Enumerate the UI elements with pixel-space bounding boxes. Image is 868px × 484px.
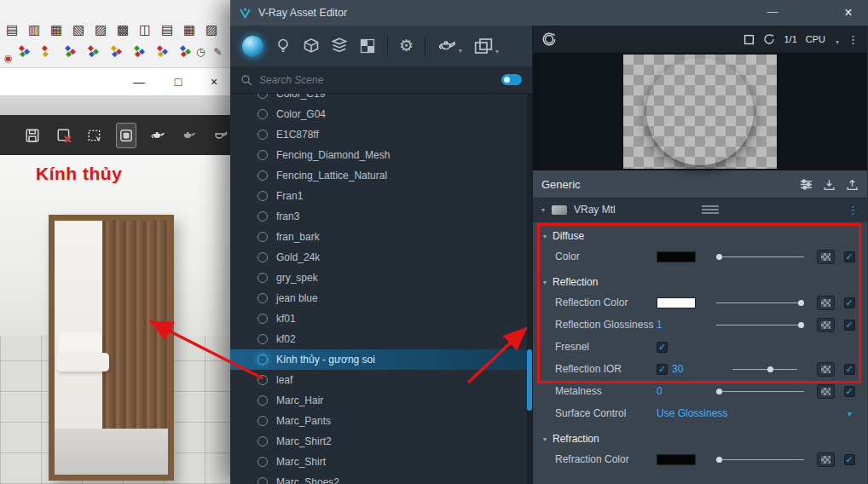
scrollbar-thumb[interactable] xyxy=(527,349,532,411)
enable-checkbox[interactable]: ✓ xyxy=(844,386,855,397)
texture-map-button[interactable] xyxy=(817,296,835,310)
array-tool-icon[interactable]: ▨ xyxy=(203,22,220,37)
glossiness-slider[interactable] xyxy=(716,319,804,331)
texture-map-button[interactable] xyxy=(817,384,835,399)
metalness-slider[interactable] xyxy=(716,385,804,397)
component-tool-icon[interactable]: ◆◆◆ xyxy=(180,44,195,58)
clock-tool-icon[interactable]: ◷ xyxy=(196,46,205,58)
array-tool-icon[interactable]: ◫ xyxy=(136,22,153,37)
enable-checkbox[interactable]: ✓ xyxy=(844,251,855,262)
array-tool-icon[interactable]: ▨ xyxy=(92,22,109,37)
texture-map-button[interactable] xyxy=(817,318,835,332)
material-list-item[interactable]: Fencing_Diamond_Mesh xyxy=(230,145,532,165)
ior-slider[interactable] xyxy=(716,363,804,375)
material-list-item[interactable]: Marc_Shirt2 xyxy=(230,431,532,452)
import-asset-icon[interactable] xyxy=(823,178,836,191)
update-preview-icon[interactable] xyxy=(763,33,775,45)
array-tool-icon[interactable]: ▦ xyxy=(48,22,65,37)
component-tool-icon[interactable]: ◆◆ xyxy=(42,44,57,58)
material-list-item[interactable]: E1C878ff xyxy=(230,124,532,145)
array-tool-icon[interactable]: ▤ xyxy=(3,22,20,37)
surface-control-dropdown[interactable]: Use Glossiness xyxy=(657,407,727,419)
component-tool-icon[interactable]: ◆◆◆ xyxy=(111,44,126,58)
render-interactive-teapot-icon[interactable] xyxy=(178,123,200,148)
material-list-item[interactable]: Color_G04 xyxy=(230,104,532,124)
ior-checkbox[interactable]: ✓ xyxy=(657,364,668,375)
save-remove-icon[interactable] xyxy=(54,123,75,148)
component-tool-icon[interactable]: ◆◆◆ xyxy=(157,44,172,58)
float-window-icon[interactable] xyxy=(744,34,755,45)
close-button[interactable]: × xyxy=(834,0,863,26)
sliders-icon[interactable] xyxy=(800,178,813,191)
component-tool-icon[interactable]: ◆◆◆ xyxy=(88,44,103,58)
region-render-button[interactable] xyxy=(116,123,137,148)
minimize-button[interactable]: — xyxy=(758,0,787,26)
component-tool-icon[interactable]: ◆◆◆ xyxy=(19,44,34,58)
scrollbar-track[interactable] xyxy=(527,94,532,484)
drag-handle-icon[interactable] xyxy=(702,205,719,216)
maximize-button[interactable]: □ xyxy=(165,72,191,92)
material-list-item[interactable]: Fran1 xyxy=(230,186,532,206)
render-button[interactable]: ▾ xyxy=(437,37,462,55)
export-asset-icon[interactable] xyxy=(846,178,859,191)
texture-map-button[interactable] xyxy=(817,452,835,467)
array-tool-icon[interactable]: ▤ xyxy=(159,22,176,37)
enable-checkbox[interactable]: ✓ xyxy=(844,364,855,375)
textures-tab-icon[interactable] xyxy=(359,37,376,55)
diffuse-color-swatch[interactable] xyxy=(657,251,696,262)
refraction-amount-slider[interactable] xyxy=(716,453,804,465)
material-list-item[interactable]: Marc_Pants xyxy=(230,411,532,431)
material-menu-icon[interactable]: ⋮ xyxy=(848,204,859,216)
materials-tab-icon[interactable] xyxy=(242,36,263,57)
material-list-item[interactable]: Marc_Shirt xyxy=(230,452,532,472)
filter-toggle[interactable] xyxy=(501,74,522,85)
enable-checkbox[interactable]: ✓ xyxy=(844,454,855,465)
fresnel-checkbox[interactable]: ✓ xyxy=(657,342,668,353)
section-diffuse[interactable]: ▾ Diffuse xyxy=(533,227,867,245)
reflection-amount-slider[interactable] xyxy=(716,297,804,308)
material-list-item-selected[interactable]: Kính thủy - gương soi xyxy=(230,349,532,370)
collapse-triangle-icon[interactable]: ▾ xyxy=(541,206,545,214)
engine-selector[interactable]: CPU xyxy=(806,34,825,44)
material-list-item[interactable]: Fencing_Lattice_Natural xyxy=(230,165,532,186)
preview-menu-icon[interactable]: ⋮ xyxy=(848,33,859,46)
material-list-item[interactable]: Marc_Hair xyxy=(230,390,532,411)
diffuse-amount-slider[interactable] xyxy=(716,251,804,262)
material-list-item[interactable]: jean blue xyxy=(230,288,532,308)
material-list-item[interactable]: leaf xyxy=(230,370,532,390)
minimize-button[interactable]: — xyxy=(126,72,152,92)
array-tool-icon[interactable]: ▥ xyxy=(26,22,43,37)
save-icon[interactable] xyxy=(22,123,43,148)
material-list-item[interactable]: gry_spek xyxy=(230,268,532,288)
array-tool-icon[interactable]: ▩ xyxy=(114,22,131,37)
section-reflection[interactable]: ▾ Reflection xyxy=(533,273,867,291)
enable-checkbox[interactable]: ✓ xyxy=(844,297,855,308)
close-button[interactable]: × xyxy=(201,72,227,92)
material-list-item[interactable]: fran_bark xyxy=(230,227,532,247)
texture-map-button[interactable] xyxy=(817,250,835,264)
select-region-icon[interactable] xyxy=(84,123,106,148)
sketchup-viewport[interactable]: Kính thủy xyxy=(0,155,230,484)
component-tool-icon[interactable]: ◆◆◆ xyxy=(65,44,80,58)
geometry-tab-icon[interactable] xyxy=(303,37,320,55)
render-viewport-teapot-icon[interactable] xyxy=(209,123,230,148)
pen-tool-icon[interactable]: ✎ xyxy=(213,46,222,58)
reflection-color-swatch[interactable] xyxy=(657,297,696,308)
enable-checkbox[interactable]: ✓ xyxy=(844,320,855,331)
ior-value[interactable]: 30 xyxy=(672,363,683,375)
texture-map-button[interactable] xyxy=(817,362,835,377)
orbit-icon[interactable] xyxy=(541,32,557,47)
lights-tab-icon[interactable] xyxy=(275,37,292,55)
array-tool-icon[interactable]: ▧ xyxy=(70,22,87,37)
material-list-item[interactable]: fran3 xyxy=(230,206,532,227)
metalness-value[interactable]: 0 xyxy=(657,385,708,397)
render-window-button[interactable]: ▾ xyxy=(473,37,499,55)
chevron-down-icon[interactable]: ▾ xyxy=(848,409,860,418)
search-input[interactable]: Search Scene xyxy=(259,74,495,86)
refraction-color-swatch[interactable] xyxy=(657,454,696,465)
section-refraction[interactable]: ▾ Refraction xyxy=(533,429,867,448)
render-teapot-icon[interactable] xyxy=(147,123,168,148)
layers-tab-icon[interactable] xyxy=(331,37,348,55)
material-list-item[interactable]: kf02 xyxy=(230,329,532,349)
material-type-row[interactable]: ▾ VRay Mtl ⋮ xyxy=(533,198,867,222)
